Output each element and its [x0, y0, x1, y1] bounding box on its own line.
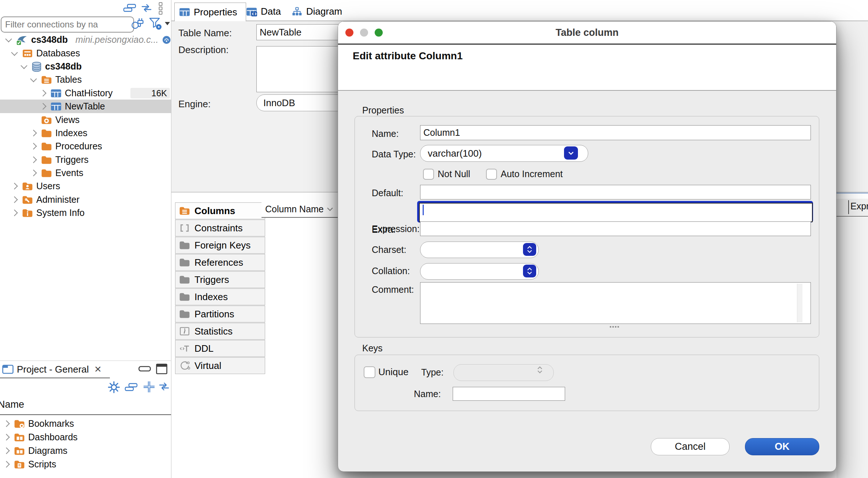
ok-label: OK — [775, 441, 790, 452]
data-type-dropdown-button[interactable] — [564, 146, 578, 160]
tree-item-bookmarks[interactable]: Bookmarks — [0, 417, 171, 430]
tree-item-triggers[interactable]: Triggers — [0, 153, 171, 167]
chevron-up-icon — [527, 246, 533, 249]
chevron-down-icon[interactable] — [21, 62, 27, 69]
subtab-virtual[interactable]: Virtual — [175, 357, 265, 374]
tab-data[interactable]: Data — [244, 3, 289, 20]
subtab-triggers[interactable]: Triggers — [175, 271, 265, 288]
filter-dropdown-arrow-icon[interactable] — [165, 22, 170, 25]
close-icon[interactable]: × — [94, 361, 101, 377]
data-type-combo[interactable]: varchar(100) — [420, 145, 588, 162]
collapse-all-icon[interactable] — [123, 4, 136, 13]
collation-stepper-button[interactable] — [523, 265, 536, 277]
tree-item-dashboards[interactable]: Dashboards — [0, 430, 171, 444]
add-icon[interactable] — [142, 380, 156, 394]
tree-item-system-info[interactable]: System Info — [0, 206, 171, 220]
key-name-input[interactable] — [453, 387, 565, 401]
name-column-header: Name — [0, 399, 24, 410]
tree-item-scripts[interactable]: Scripts — [0, 458, 171, 471]
chevron-right-icon[interactable] — [3, 461, 10, 467]
subtab-references[interactable]: References — [175, 254, 265, 271]
tree-item-users[interactable]: Users — [0, 179, 171, 193]
engine-value: InnoDB — [263, 97, 295, 109]
chevron-down-icon[interactable] — [11, 49, 18, 56]
filter-icon[interactable] — [149, 17, 163, 31]
tree-item-events[interactable]: Events — [0, 166, 171, 180]
tree-item-views[interactable]: Views — [0, 113, 171, 127]
tree-item-tables[interactable]: Tables — [0, 73, 171, 86]
subtab-ddl[interactable]: DDL — [175, 340, 265, 357]
tree-label: Views — [55, 115, 79, 125]
maximize-icon[interactable] — [156, 363, 168, 374]
mysql-dolphin-icon — [16, 34, 28, 45]
auto-increment-checkbox[interactable] — [486, 169, 497, 180]
chevron-down-icon[interactable] — [5, 36, 12, 42]
collapse-all-icon[interactable] — [125, 383, 138, 392]
chevron-right-icon[interactable] — [3, 447, 10, 454]
default-input[interactable] — [420, 185, 811, 199]
subtab-columns[interactable]: Columns — [175, 202, 265, 219]
subtab-indexes[interactable]: Indexes — [175, 288, 265, 305]
chevron-right-icon[interactable] — [40, 90, 46, 96]
cancel-button[interactable]: Cancel — [651, 438, 730, 455]
tree-label: Users — [36, 181, 60, 191]
tab-properties[interactable]: Properties — [174, 3, 246, 21]
tab-label: Properties — [194, 7, 237, 18]
extra-input-focus-ring — [417, 201, 813, 223]
minimize-icon[interactable] — [138, 366, 151, 372]
collation-combo[interactable] — [420, 263, 539, 280]
tree-item-diagrams[interactable]: Diagrams — [0, 444, 171, 458]
chevron-right-icon[interactable] — [3, 434, 10, 440]
chevron-right-icon[interactable] — [11, 183, 18, 189]
chevron-right-icon[interactable] — [30, 156, 37, 163]
resize-grip[interactable] — [610, 326, 611, 328]
comment-scrollbar[interactable] — [797, 284, 802, 322]
ok-button[interactable]: OK — [745, 438, 819, 455]
unique-checkbox[interactable] — [364, 366, 375, 378]
chevron-right-icon[interactable] — [40, 103, 46, 109]
tree-item-indexes[interactable]: Indexes — [0, 126, 171, 140]
expression-input[interactable] — [420, 221, 811, 236]
chevron-down-icon[interactable] — [326, 206, 334, 212]
refresh-icon[interactable] — [158, 381, 170, 392]
tree-item-administer[interactable]: Administer — [0, 193, 171, 206]
chevron-down-icon[interactable] — [30, 75, 37, 82]
charset-stepper-button[interactable] — [523, 243, 536, 256]
column-name-input[interactable] — [420, 125, 811, 140]
tree-item-database-cs348db[interactable]: cs348db — [0, 60, 171, 73]
chevron-right-icon[interactable] — [30, 169, 37, 176]
tree-label: Events — [55, 168, 83, 178]
filter-connections-input[interactable] — [1, 16, 134, 33]
chevron-right-icon[interactable] — [30, 143, 37, 149]
gear-icon[interactable] — [108, 381, 120, 393]
tree-label: Procedures — [55, 141, 102, 152]
data-type-label: Data Type: — [372, 146, 416, 162]
tree-label: Diagrams — [28, 445, 67, 456]
chevron-right-icon[interactable] — [11, 209, 18, 216]
connect-icon[interactable] — [130, 17, 145, 31]
tree-label: cs348db — [45, 61, 82, 72]
tree-item-chathistory[interactable]: ChatHistory 16K — [0, 86, 171, 100]
scripts-folder-icon — [14, 460, 25, 469]
tab-diagram[interactable]: Diagram — [289, 3, 346, 20]
tab-project-general[interactable]: Project - General — [17, 361, 89, 378]
subtab-statistics[interactable]: Statistics — [175, 323, 265, 340]
tab-label: Data — [261, 6, 281, 17]
chevron-right-icon[interactable] — [3, 420, 10, 427]
chevron-right-icon[interactable] — [30, 130, 37, 136]
tree-item-databases[interactable]: Databases — [0, 46, 171, 60]
overflow-menu-icon[interactable] — [158, 2, 163, 15]
chevron-right-icon[interactable] — [11, 196, 18, 203]
tree-item-procedures[interactable]: Procedures — [0, 139, 171, 153]
constraints-icon — [179, 223, 190, 233]
extra-input[interactable] — [419, 203, 813, 222]
not-null-checkbox[interactable] — [423, 169, 434, 180]
comment-textarea[interactable] — [420, 282, 811, 324]
tree-item-newtable[interactable]: NewTable — [0, 100, 171, 113]
refresh-icon[interactable] — [141, 3, 152, 13]
subtab-foreign-keys[interactable]: Foreign Keys — [175, 237, 265, 254]
tree-item-connection[interactable]: cs348db mini.peisongxiao.c... — [0, 33, 171, 46]
subtab-constraints[interactable]: Constraints — [175, 220, 265, 236]
charset-combo[interactable] — [420, 242, 539, 258]
subtab-partitions[interactable]: Partitions — [175, 306, 265, 322]
